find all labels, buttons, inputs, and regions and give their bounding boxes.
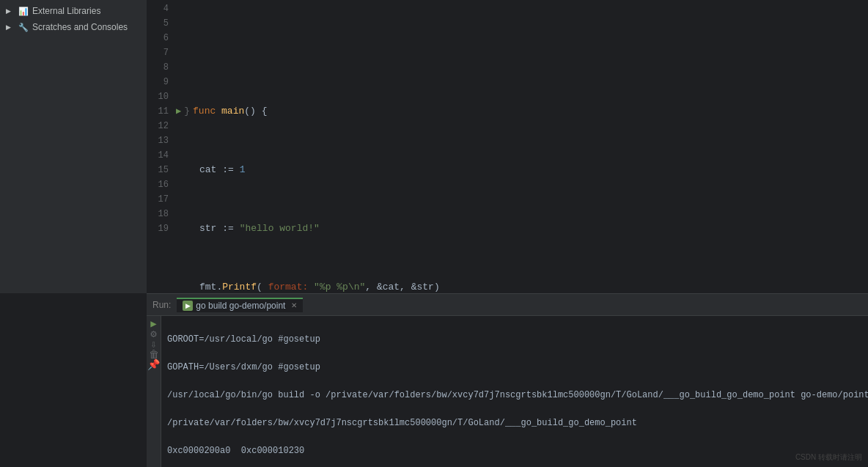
- pin-output-icon[interactable]: 📌: [147, 360, 160, 370]
- output-line-4: 0xc0000200a0 0xc000010230: [167, 444, 868, 458]
- run-side-toolbar: ▶ ⚙ ⇩ 🗑 📌: [147, 316, 161, 467]
- paren-open: () {: [244, 104, 267, 119]
- close-tab-button[interactable]: ✕: [291, 301, 297, 309]
- param-format-8: format:: [262, 280, 308, 293]
- run-tab[interactable]: ▶ go build go-demo/point ✕: [177, 298, 303, 312]
- sidebar: ▶ 📊 External Libraries ▶ 🔧 Scratches and…: [0, 0, 147, 293]
- code-line-5: ▶ } func main() {: [176, 104, 868, 119]
- num-1: 1: [240, 163, 246, 177]
- settings-icon[interactable]: ⚙: [150, 329, 156, 339]
- output-line-2: /usr/local/go/bin/go build -o /private/v…: [167, 389, 868, 402]
- sidebar-item-external-libraries[interactable]: ▶ 📊 External Libraries: [0, 3, 147, 19]
- sidebar-item-label: External Libraries: [32, 6, 100, 16]
- chevron-right-icon-2: ▶: [6, 23, 15, 32]
- code-line-8: fmt.Printf( format: "%p %p\n", &cat, &st…: [176, 280, 868, 293]
- op-assign-2: :=: [216, 221, 239, 236]
- clear-output-icon[interactable]: 🗑: [149, 350, 159, 360]
- line-numbers: 4 5 6 7 8 9 10 11 12 13 14 15 16 17 18 1…: [147, 0, 176, 293]
- scroll-to-end-icon[interactable]: ⇩: [150, 339, 156, 350]
- sidebar-item-scratches-consoles[interactable]: ▶ 🔧 Scratches and Consoles: [0, 19, 147, 35]
- sidebar-item-label-2: Scratches and Consoles: [32, 22, 128, 32]
- code-lines: ▶ } func main() { cat := 1 str := "hello: [176, 0, 868, 293]
- pkg-fmt-8: fmt: [199, 280, 216, 293]
- code-editor: 4 5 6 7 8 9 10 11 12 13 14 15 16 17 18 1…: [147, 0, 868, 293]
- fn-printf-8: Printf: [222, 280, 257, 293]
- code-line-4: [176, 45, 868, 60]
- code-line-7: str := "hello world!": [176, 221, 868, 236]
- output-line-3: /private/var/folders/bw/xvcy7d7j7nscgrts…: [167, 416, 868, 430]
- run-tab-icon: ▶: [183, 301, 193, 311]
- run-gutter-arrow[interactable]: ▶: [176, 104, 181, 119]
- run-panel-header: Run: ▶ go build go-demo/point ✕: [147, 294, 868, 316]
- run-tab-label: go build go-demo/point: [196, 301, 285, 311]
- output-line-0: GOROOT=/usr/local/go #gosetup: [167, 333, 868, 347]
- var-cat: cat: [199, 163, 216, 177]
- run-label: Run:: [152, 300, 171, 310]
- str-pp: "%p %p\n": [314, 280, 365, 293]
- watermark: CSDN 转载时请注明: [795, 452, 862, 463]
- run-output: GOROOT=/usr/local/go #gosetup GOPATH=/Us…: [161, 316, 868, 467]
- var-str: str: [199, 221, 216, 236]
- code-line-6: cat := 1: [176, 163, 868, 177]
- str-hello-world: "hello world!": [240, 221, 320, 236]
- run-output-wrapper: ▶ ⚙ ⇩ 🗑 📌 GOROOT=/usr/local/go #gosetup …: [147, 316, 868, 467]
- run-panel: Run: ▶ go build go-demo/point ✕ ▶ ⚙ ⇩ 🗑 …: [147, 293, 868, 467]
- external-libraries-icon: 📊: [18, 5, 29, 17]
- chevron-right-icon: ▶: [6, 7, 15, 15]
- func-name-main: main: [221, 104, 244, 119]
- scratches-icon: 🔧: [18, 21, 29, 33]
- output-line-1: GOPATH=/Users/dxm/go #gosetup: [167, 361, 868, 375]
- run-again-icon[interactable]: ▶: [150, 319, 156, 329]
- keyword-func: func: [193, 104, 221, 119]
- op-assign: :=: [216, 163, 239, 177]
